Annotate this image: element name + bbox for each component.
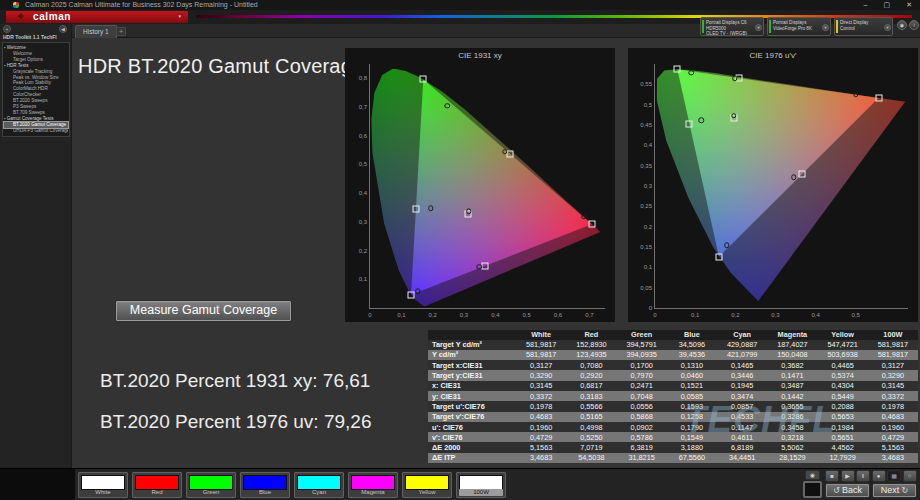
row-label: Target y:CIE31 (428, 370, 516, 380)
pause-icon[interactable]: ‖ (856, 470, 870, 482)
display-control-button[interactable]: Direct Display Control ▼ (834, 17, 893, 36)
source-connect-button[interactable]: Portrait Displays VideoForge Pro 8K ▼ (767, 17, 831, 36)
table-cell: 581,9817 (868, 350, 918, 360)
x-axis-tick: 0,2 (731, 312, 739, 318)
measure-gamut-coverage-button[interactable]: Measure Gamut Coverage (115, 300, 292, 322)
table-cell: 0,0585 (667, 391, 717, 401)
table-cell: 0,4998 (566, 422, 616, 432)
column-header-100w: 100W (868, 330, 918, 340)
row-label: Target Y cd/m² (428, 340, 516, 350)
table-cell: 0,1960 (868, 422, 918, 432)
close-button[interactable]: ✕ (906, 0, 912, 10)
x-axis-tick: 0 (368, 312, 371, 318)
y-axis-tick: 0,35 (632, 163, 652, 169)
table-cell: 0,0857 (717, 401, 767, 411)
measured-marker-yellow (732, 75, 738, 81)
x-axis-tick: 0,5 (522, 312, 530, 318)
pattern-swatch-blue[interactable]: Blue (240, 472, 290, 498)
table-row: x: CIE310,31450,68170,24710,15210,19450,… (428, 381, 918, 391)
cie-1931-plot: 00,10,20,30,40,50,60,70,10,20,30,40,50,6… (369, 64, 605, 309)
table-cell: 0,7048 (617, 391, 667, 401)
new-tab-button[interactable]: + (116, 27, 126, 36)
chevron-down-icon[interactable]: ▼ (755, 24, 762, 31)
pattern-swatch-green[interactable]: Green (186, 472, 236, 498)
chevron-down-icon[interactable]: ▼ (822, 24, 829, 31)
info-icon[interactable]: i (909, 20, 919, 30)
pattern-swatch-yellow[interactable]: Yellow (402, 472, 452, 498)
chart-title: CIE 1976 u'v' (628, 48, 918, 60)
meter-connect-button[interactable]: Portrait Displays C6 HDR5000 OLED TV - (… (700, 17, 764, 36)
tree-bullet-icon: ▪ (4, 116, 6, 121)
back-button[interactable]: ↺ Back (825, 483, 870, 498)
swatch-label: Green (189, 489, 233, 496)
table-cell: 0,4729 (516, 432, 566, 442)
table-cell: 0,3127 (516, 360, 566, 370)
table-row: y: CIE310,33720,31830,70480,05850,34740,… (428, 391, 918, 401)
pattern-swatch-100w[interactable]: 100W (456, 472, 506, 498)
tab-history-1[interactable]: History 1 (75, 25, 117, 38)
add-icon[interactable]: + (3, 25, 11, 33)
row-label: y: CIE31 (428, 391, 516, 401)
y-axis-tick: 0,6 (347, 133, 367, 139)
tree-bullet-icon: ▪ (4, 45, 6, 50)
x-axis-tick: 0,3 (460, 312, 468, 318)
next-button[interactable]: Next ↻ (872, 483, 917, 498)
table-cell: 0,4465 (818, 360, 868, 370)
eye-icon[interactable]: ◉ (805, 470, 820, 480)
minimize-button[interactable]: – (864, 0, 868, 10)
maximize-button[interactable]: ▢ (884, 0, 891, 10)
sidebar-item-uhda-p3-gamut-coverage[interactable]: UHDA-P3 Gamut Coverage (4, 128, 68, 134)
target-marker-red (875, 94, 882, 101)
loop-icon[interactable]: ○ (903, 470, 917, 482)
x-axis-tick: 0 (653, 312, 656, 318)
grid-icon[interactable]: ▦ (887, 470, 901, 482)
calman-window: Calman 2025 Calman Ultimate for Business… (0, 0, 920, 500)
window-title: Calman 2025 Calman Ultimate for Business… (25, 0, 258, 10)
sidebar-item-bt-2020-gamut-coverage[interactable]: BT.2020 Gamut Coverage (4, 122, 68, 128)
column-header-white: White (516, 330, 566, 340)
meter-name: Portrait Displays C6 HDR5000 (706, 20, 747, 31)
percent-1931-readout: BT.2020 Percent 1931 xy: 76,61 (100, 370, 370, 392)
logo-menu-button[interactable]: ▼ (176, 13, 184, 21)
pattern-swatch-white[interactable]: White (78, 472, 128, 498)
table-cell: 0,1593 (667, 401, 717, 411)
camera-icon[interactable]: ◉ (897, 20, 907, 30)
pattern-swatch-red[interactable]: Red (132, 472, 182, 498)
custom-pattern-swatch[interactable] (803, 481, 822, 498)
y-axis-tick: 0,4 (632, 142, 652, 148)
table-cell: 0,5786 (617, 432, 667, 442)
source-name: Portrait Displays VideoForge Pro 8K (773, 20, 812, 31)
x-axis-tick: 0,3 (771, 312, 779, 318)
measured-marker-green (445, 103, 451, 109)
cie-1931-chart: CIE 1931 xy (345, 48, 615, 322)
pattern-swatch-cyan[interactable]: Cyan (294, 472, 344, 498)
collapse-sidebar-icon[interactable]: ◀ (59, 25, 67, 33)
table-cell: 0,0460 (667, 370, 717, 380)
table-cell: 581,9817 (868, 340, 918, 350)
y-axis-tick: 0 (632, 305, 652, 311)
table-cell: 0,1310 (667, 360, 717, 370)
y-axis-tick: 0,1 (347, 276, 367, 282)
chevron-down-icon[interactable]: ▼ (884, 24, 891, 31)
column-header-yellow: Yellow (818, 330, 868, 340)
swatch-color (81, 475, 125, 490)
x-axis-tick: 0,4 (491, 312, 499, 318)
table-cell: 0,5566 (566, 401, 616, 411)
table-row: Y cd/m²581,9817123,4935394,093539,453642… (428, 350, 918, 360)
table-cell: 0,4304 (818, 381, 868, 391)
table-header-row: WhiteRedGreenBlueCyanMagentaYellow100W (428, 330, 918, 340)
pattern-toolbar: WhiteRedGreenBlueCyanMagentaYellow100W ◉… (0, 468, 920, 500)
stop-icon[interactable]: ■ (825, 470, 839, 482)
record-icon[interactable]: ● (872, 470, 886, 482)
play-icon[interactable]: ▶ (841, 470, 855, 482)
table-row: Target x:CIE310,31270,70800,17000,13100,… (428, 360, 918, 370)
row-label: Y cd/m² (428, 350, 516, 360)
pattern-swatch-magenta[interactable]: Magenta (348, 472, 398, 498)
row-label: ΔE ITP (428, 453, 516, 463)
table-cell: 0,7970 (617, 370, 667, 380)
table-cell: 0,1471 (767, 370, 817, 380)
results-table: WhiteRedGreenBlueCyanMagentaYellow100W T… (428, 330, 918, 463)
y-axis-tick: 0,45 (632, 122, 652, 128)
table-cell: 0,1258 (667, 412, 717, 422)
table-cell: 0,1978 (516, 401, 566, 411)
